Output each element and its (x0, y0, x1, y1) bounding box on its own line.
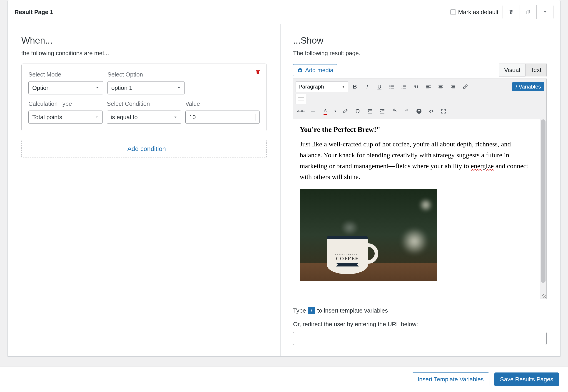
save-results-pages-button[interactable]: Save Results Pages (494, 373, 559, 386)
select-option-field: Select Option option 1 (107, 71, 185, 94)
code-button[interactable] (426, 106, 437, 116)
select-mode-field: Select Mode Option (29, 71, 103, 94)
table-button[interactable] (296, 94, 306, 104)
calc-type-value: Total points (32, 114, 62, 121)
redo-button[interactable] (401, 106, 412, 116)
caret-down-icon: ▼ (334, 110, 337, 113)
mark-default-checkbox[interactable] (450, 9, 456, 15)
underline-button[interactable]: U (374, 82, 385, 92)
eraser-icon (342, 108, 348, 114)
footer-bar: Insert Template Variables Save Results P… (0, 366, 568, 392)
svg-rect-15 (426, 89, 429, 89)
hr-icon (310, 108, 316, 114)
tab-visual[interactable]: Visual (499, 64, 525, 76)
delete-condition-button[interactable] (255, 69, 261, 75)
img-bokeh (401, 228, 428, 255)
select-option-dropdown[interactable]: option 1 (107, 81, 185, 94)
svg-rect-30 (382, 111, 384, 111)
indent-button[interactable] (377, 106, 387, 116)
svg-rect-19 (439, 89, 442, 89)
fullscreen-button[interactable] (438, 106, 449, 116)
select-mode-dropdown[interactable]: Option (29, 81, 103, 94)
align-right-button[interactable] (448, 82, 458, 92)
chevron-down-icon (95, 86, 100, 90)
show-pane: ...Show The following result page. Add m… (281, 24, 560, 356)
format-select[interactable]: Paragraph ▼ (296, 82, 348, 92)
value-input[interactable]: 10 (185, 111, 260, 124)
svg-rect-22 (451, 87, 455, 88)
variables-hint: Type / to insert template variables (293, 307, 547, 314)
bullet-list-button[interactable] (386, 82, 397, 92)
clear-format-button[interactable] (340, 106, 350, 116)
tab-visual-label: Visual (504, 67, 520, 73)
editor-content[interactable]: You're the Perfect Brew!" Just like a we… (293, 119, 540, 299)
link-button[interactable] (460, 82, 470, 92)
mug-brand: COFFEE (327, 256, 368, 262)
blockquote-button[interactable] (411, 82, 422, 92)
help-icon: ? (416, 108, 422, 114)
undo-icon (392, 108, 397, 114)
value-field: Value 10 (185, 100, 260, 124)
card-header: Result Page 1 Mark as default (8, 0, 560, 24)
toolbar-row-3: ABC A ▼ Ω ? (296, 105, 544, 117)
mark-default-wrap: Mark as default (450, 9, 498, 16)
expand-page-button[interactable] (537, 5, 553, 19)
duplicate-page-button[interactable] (520, 5, 537, 19)
strikethrough-button[interactable]: ABC (296, 106, 306, 116)
undo-button[interactable] (389, 106, 400, 116)
chevron-down-icon (95, 115, 99, 119)
select-option-label: Select Option (107, 71, 185, 78)
text-color-button[interactable]: A (320, 106, 331, 116)
show-title: ...Show (293, 35, 547, 46)
align-left-button[interactable] (423, 82, 434, 92)
trash-icon (255, 69, 261, 75)
mug-brand-top: FRESHLY BREWED (327, 253, 368, 256)
add-media-button[interactable]: Add media (293, 64, 337, 76)
select-condition-value: is equal to (111, 114, 138, 121)
bold-button[interactable]: B (350, 82, 360, 92)
outdent-button[interactable] (365, 106, 375, 116)
editor-scrollbar[interactable] (540, 119, 546, 299)
svg-rect-24 (311, 111, 315, 112)
select-condition-dropdown[interactable]: is equal to (107, 111, 181, 124)
svg-point-4 (389, 88, 390, 88)
svg-rect-5 (391, 88, 394, 88)
text-color-icon: A (323, 108, 327, 115)
redirect-label: Or, redirect the user by entering the UR… (293, 321, 547, 328)
italic-button[interactable]: I (362, 82, 372, 92)
add-condition-button[interactable]: + Add condition (21, 140, 267, 158)
resize-handle[interactable] (542, 294, 546, 298)
slash-key-icon: / (308, 307, 315, 314)
content-paragraph: Just like a well-crafted cup of hot coff… (300, 139, 534, 182)
insert-template-variables-button[interactable]: Insert Template Variables (412, 373, 489, 386)
svg-rect-1 (391, 85, 394, 85)
svg-rect-9 (403, 86, 406, 87)
camera-icon (297, 67, 303, 73)
select-mode-value: Option (32, 84, 50, 91)
scroll-thumb[interactable] (541, 119, 545, 283)
svg-rect-28 (368, 113, 372, 113)
number-list-button[interactable]: 123 (399, 82, 409, 92)
special-char-button[interactable]: Ω (352, 106, 363, 116)
save-label: Save Results Pages (500, 376, 553, 383)
redirect-url-input[interactable] (293, 332, 547, 345)
delete-page-button[interactable] (503, 5, 520, 19)
content-image[interactable]: FRESHLY BREWED COFFEE (300, 189, 437, 281)
horizontal-rule-button[interactable] (308, 106, 318, 116)
header-actions: Mark as default (450, 5, 553, 19)
align-center-button[interactable] (436, 82, 446, 92)
help-button[interactable]: ? (414, 106, 424, 116)
text-color-caret[interactable]: ▼ (332, 106, 338, 116)
add-condition-label: + Add condition (122, 145, 166, 153)
svg-rect-17 (439, 86, 442, 87)
indent-icon (379, 108, 385, 114)
img-mug: FRESHLY BREWED COFFEE (327, 229, 377, 274)
tab-text[interactable]: Text (525, 64, 547, 76)
bold-icon: B (353, 84, 357, 90)
calc-type-dropdown[interactable]: Total points (29, 111, 103, 124)
calc-type-label: Calculation Type (29, 100, 103, 107)
variables-button[interactable]: / Variables (512, 82, 544, 91)
link-icon (462, 84, 468, 90)
table-icon (298, 96, 304, 102)
svg-rect-12 (426, 85, 431, 85)
